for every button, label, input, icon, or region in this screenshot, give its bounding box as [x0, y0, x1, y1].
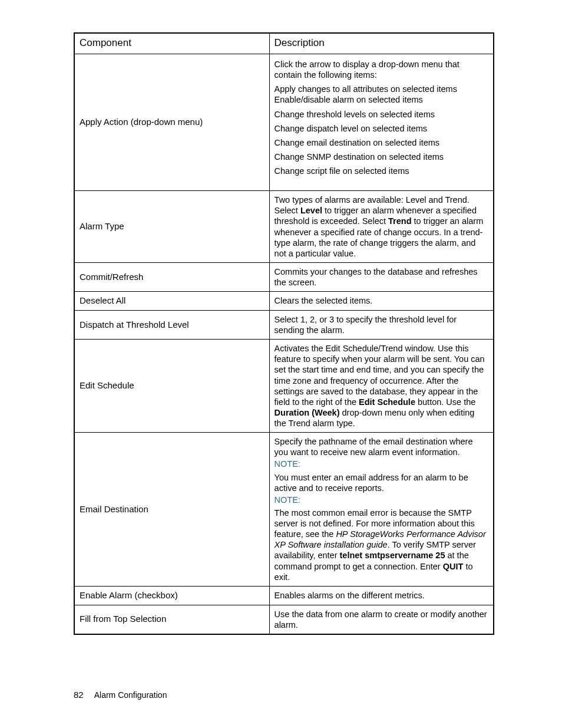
table-row: Fill from Top Selection Use the data fro…: [74, 605, 494, 634]
apply-action-item: Change email destination on selected ite…: [275, 137, 488, 148]
table-row: Apply Action (drop-down menu) Click the …: [74, 54, 494, 191]
email-dest-p1: Specify the pathname of the email destin…: [275, 436, 488, 457]
email-dest-p2: You must enter an email address for an a…: [275, 472, 488, 493]
component-cell: Email Destination: [74, 433, 269, 587]
table-row: Deselect All Clears the selected items.: [74, 292, 494, 311]
note-label: NOTE:: [275, 495, 488, 505]
component-cell: Apply Action (drop-down menu): [74, 54, 269, 191]
table-row: Email Destination Specify the pathname o…: [74, 433, 494, 587]
component-cell: Enable Alarm (checkbox): [74, 586, 269, 605]
description-cell: Use the data from one alarm to create or…: [269, 605, 494, 634]
table-row: Enable Alarm (checkbox) Enables alarms o…: [74, 586, 494, 605]
component-cell: Deselect All: [74, 292, 269, 311]
description-cell: Clears the selected items.: [269, 292, 494, 311]
alarm-type-text: Two types of alarms are available: Level…: [275, 195, 488, 259]
table-row: Commit/Refresh Commits your changes to t…: [74, 262, 494, 291]
description-cell: Select 1, 2, or 3 to specify the thresho…: [269, 310, 494, 339]
email-dest-p3: The most common email error is because t…: [275, 508, 488, 582]
component-cell: Commit/Refresh: [74, 262, 269, 291]
apply-action-intro: Click the arrow to display a drop-down m…: [275, 59, 488, 80]
table-row: Edit Schedule Activates the Edit Schedul…: [74, 340, 494, 433]
header-component: Component: [74, 33, 269, 54]
header-description: Description: [269, 33, 494, 54]
table-row: Dispatch at Threshold Level Select 1, 2,…: [74, 310, 494, 339]
apply-action-item: Apply changes to all attributes on selec…: [275, 84, 488, 94]
description-cell: Commits your changes to the database and…: [269, 262, 494, 291]
apply-action-item: Change threshold levels on selected item…: [275, 109, 488, 120]
table-row: Alarm Type Two types of alarms are avail…: [74, 191, 494, 263]
component-description-table: Component Description Apply Action (drop…: [74, 32, 494, 635]
component-cell: Fill from Top Selection: [74, 605, 269, 634]
page-footer: 82Alarm Configuration: [74, 690, 167, 700]
description-cell: Specify the pathname of the email destin…: [269, 433, 494, 587]
apply-action-item: Change dispatch level on selected items: [275, 123, 488, 134]
component-cell: Dispatch at Threshold Level: [74, 310, 269, 339]
description-cell: Click the arrow to display a drop-down m…: [269, 54, 494, 191]
page-number: 82: [74, 690, 84, 700]
component-cell: Alarm Type: [74, 191, 269, 263]
note-label: NOTE:: [275, 459, 488, 469]
apply-action-item: Change SNMP destination on selected item…: [275, 151, 488, 162]
component-cell: Edit Schedule: [74, 340, 269, 433]
description-cell: Activates the Edit Schedule/Trend window…: [269, 340, 494, 433]
description-cell: Two types of alarms are available: Level…: [269, 191, 494, 263]
edit-schedule-text: Activates the Edit Schedule/Trend window…: [275, 343, 488, 429]
apply-action-item: Change script file on selected items: [275, 166, 488, 176]
footer-title: Alarm Configuration: [94, 690, 167, 700]
apply-action-item: Enable/disable alarm on selected items: [275, 94, 488, 105]
description-cell: Enables alarms on the different metrics.: [269, 586, 494, 605]
